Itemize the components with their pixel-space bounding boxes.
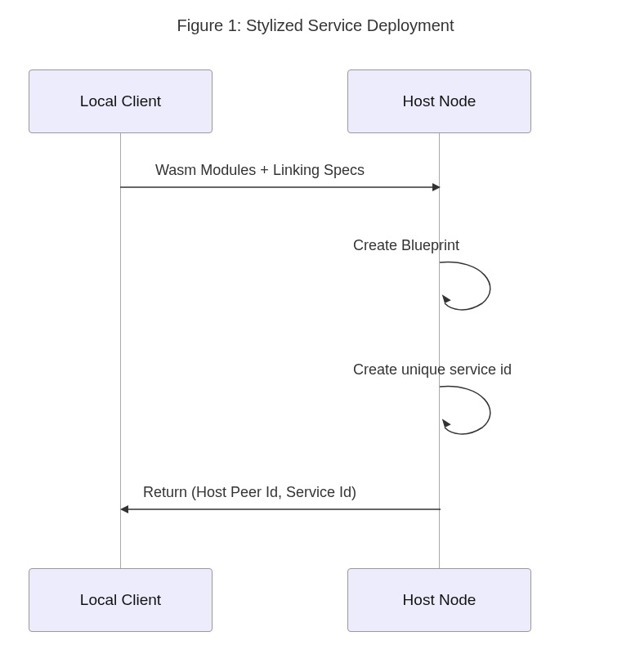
message-create-service-id: Create unique service id [353,361,512,379]
actor-local-client-top: Local Client [29,69,213,133]
svg-marker-1 [432,183,441,191]
actor-host-node-top: Host Node [347,69,531,133]
actor-label: Host Node [403,92,477,110]
actor-local-client-bottom: Local Client [29,568,213,632]
message-return: Return (Host Peer Id, Service Id) [143,484,356,501]
self-loop-service-id [433,383,499,440]
message-wasm-modules: Wasm Modules + Linking Specs [155,162,365,179]
svg-marker-5 [120,505,128,513]
svg-marker-3 [441,419,452,428]
message-create-blueprint: Create Blueprint [353,237,459,254]
actor-host-node-bottom: Host Node [347,568,531,632]
actor-label: Local Client [80,591,161,609]
svg-marker-2 [441,294,452,304]
arrow-wasm-modules [120,181,441,193]
actor-label: Local Client [80,92,161,110]
diagram-title: Figure 1: Stylized Service Deployment [0,16,631,35]
actor-label: Host Node [403,591,477,609]
arrow-return [120,504,441,515]
self-loop-blueprint [433,258,499,316]
